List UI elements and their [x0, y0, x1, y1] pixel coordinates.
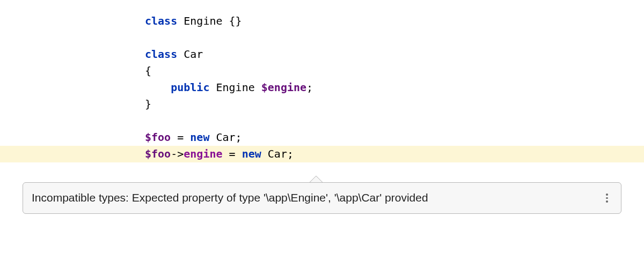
semicolon: ;	[236, 131, 242, 144]
operator-assign: =	[223, 147, 242, 160]
code-editor[interactable]: class Engine {} class Car { public Engin…	[0, 0, 644, 162]
code-line: class Car	[0, 46, 644, 63]
operator-assign: =	[171, 131, 190, 144]
type-name: Engine	[184, 14, 222, 27]
keyword-class: class	[145, 14, 177, 27]
semicolon: ;	[287, 147, 294, 160]
type-name: Car	[216, 131, 235, 144]
code-line: class Engine {}	[0, 13, 644, 29]
type-name: Engine	[216, 81, 254, 94]
keyword-public: public	[171, 81, 209, 94]
variable: $foo	[145, 131, 171, 144]
code-line: $foo = new Car;	[0, 129, 644, 146]
tooltip-message: Incompatible types: Expected property of…	[32, 189, 595, 207]
variable: $foo	[145, 147, 171, 160]
open-brace: {	[145, 64, 151, 77]
variable: $engine	[261, 81, 306, 94]
semicolon: ;	[306, 81, 313, 94]
keyword-class: class	[145, 48, 177, 61]
code-line: {	[0, 63, 644, 79]
keyword-new: new	[190, 131, 209, 144]
indent	[145, 81, 171, 94]
code-line-blank	[0, 113, 644, 129]
code-line: }	[0, 96, 644, 113]
code-line-blank	[0, 29, 644, 46]
code-line-warning: $foo->engine = new Car;	[0, 146, 644, 162]
more-actions-icon[interactable]	[602, 192, 612, 203]
code-line: public Engine $engine;	[0, 79, 644, 96]
braces: {}	[229, 14, 242, 27]
operator-arrow: ->	[171, 147, 184, 160]
type-name: Car	[184, 48, 203, 61]
keyword-new: new	[242, 147, 261, 160]
close-brace: }	[145, 98, 151, 110]
tooltip-body: Incompatible types: Expected property of…	[23, 182, 621, 214]
type-name: Car	[268, 147, 287, 160]
inspection-tooltip: Incompatible types: Expected property of…	[23, 182, 621, 214]
property: engine	[184, 147, 222, 160]
